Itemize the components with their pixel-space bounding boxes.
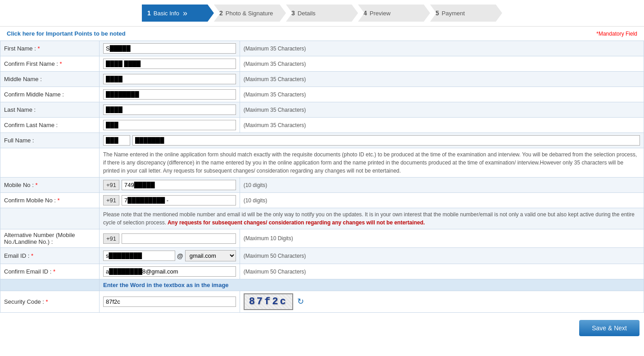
mobile-notice-text: Please note that the mentioned mobile nu… [103, 210, 640, 227]
mobile-row: Mobile No : * +91 (10 digits) [0, 178, 644, 193]
middle-name-hint: (Maximum 35 Characters) [240, 72, 644, 87]
form-table: First Name : * (Maximum 35 Characters) C… [0, 41, 644, 313]
step-1[interactable]: 1 Basic Info » [142, 5, 214, 22]
step-1-num: 1 [147, 9, 151, 17]
last-name-row: Last Name : (Maximum 35 Characters) [0, 102, 644, 118]
mobile-notice-cell: Please note that the mentioned mobile nu… [100, 208, 644, 229]
mobile-notice-row: Please note that the mentioned mobile nu… [0, 208, 644, 229]
full-name-label: Full Name : [0, 133, 100, 148]
step-3-label: Details [298, 10, 316, 17]
captcha-refresh-icon[interactable]: ↻ [297, 297, 304, 306]
confirm-mobile-label: Confirm Mobile No : * [0, 193, 100, 208]
alt-number-row: Alternative Number (Mobile No./Landline … [0, 229, 644, 248]
mobile-country-code: +91 [103, 180, 119, 190]
middle-name-input[interactable] [103, 74, 236, 84]
confirm-first-name-label: Confirm First Name : * [0, 56, 100, 72]
first-name-input[interactable] [103, 43, 236, 54]
step-2[interactable]: 2 Photo & Signature [214, 5, 286, 22]
name-notice-text: The Name entered in the online applicati… [103, 151, 640, 175]
email-row: Email ID : * @ gmail.com yahoo.com hotma… [0, 248, 644, 264]
step-1-arrow-icon: » [183, 9, 187, 18]
step-4[interactable]: 4 Preview [358, 5, 430, 22]
step-3[interactable]: 3 Details [286, 5, 358, 22]
email-required: * [31, 252, 33, 259]
confirm-middle-name-input-cell [100, 87, 240, 102]
mobile-notice-label-cell [0, 208, 100, 229]
confirm-last-name-input[interactable] [103, 120, 236, 130]
email-input-cell: @ gmail.com yahoo.com hotmail.com outloo… [100, 248, 240, 264]
confirm-first-name-hint: (Maximum 35 Characters) [240, 56, 644, 72]
captcha-instruction-cell: Enter the Word in the textbox as in the … [100, 279, 644, 291]
security-code-input-cell [100, 291, 240, 313]
first-name-label: First Name : * [0, 41, 100, 56]
confirm-middle-name-input[interactable] [103, 89, 236, 100]
mobile-required: * [35, 182, 37, 188]
confirm-middle-name-hint: (Maximum 35 Characters) [240, 87, 644, 102]
alt-number-input-cell: +91 [100, 229, 240, 248]
captcha-image-cell: 87f2c ↻ [240, 291, 644, 313]
bottom-bar: Save & Next [0, 313, 644, 343]
confirm-middle-name-row: Confirm Middle Name : (Maximum 35 Charac… [0, 87, 644, 102]
captcha-image: 87f2c [244, 293, 293, 310]
top-bar: Click here for Important Points to be no… [0, 27, 644, 41]
confirm-mobile-hint: (10 digits) [240, 193, 644, 208]
captcha-instruction-label-cell [0, 279, 100, 291]
confirm-mobile-row: Confirm Mobile No : * +91 (10 digits) [0, 193, 644, 208]
step-5[interactable]: 5 Payment [430, 5, 502, 22]
confirm-mobile-input[interactable] [122, 195, 236, 205]
full-name-row: Full Name : [0, 133, 644, 148]
last-name-hint: (Maximum 35 Characters) [240, 102, 644, 118]
confirm-email-input[interactable] [103, 266, 236, 277]
alt-number-input[interactable] [122, 233, 236, 244]
step-1-label: Basic Info [154, 10, 179, 17]
security-code-label: Security Code : * [0, 291, 100, 313]
confirm-first-name-input-cell [100, 56, 240, 72]
first-name-required: * [37, 45, 40, 52]
security-code-required: * [46, 298, 48, 305]
security-code-input[interactable] [103, 297, 236, 307]
confirm-last-name-label: Confirm Last Name : [0, 118, 100, 133]
last-name-input[interactable] [103, 105, 236, 115]
alt-number-hint: (Maximum 10 Digits) [240, 229, 644, 248]
confirm-first-name-row: Confirm First Name : * (Maximum 35 Chara… [0, 56, 644, 72]
middle-name-input-cell [100, 72, 240, 87]
mobile-input[interactable] [122, 180, 236, 190]
step-5-num: 5 [435, 9, 439, 17]
full-name-rest-input[interactable] [132, 135, 640, 146]
mobile-label: Mobile No : * [0, 178, 100, 193]
captcha-instruction-row: Enter the Word in the textbox as in the … [0, 279, 644, 291]
step-4-num: 4 [363, 9, 367, 17]
alt-country-code: +91 [103, 233, 119, 244]
middle-name-label: Middle Name : [0, 72, 100, 87]
security-code-row: Security Code : * 87f2c ↻ [0, 291, 644, 313]
confirm-email-required: * [53, 268, 55, 275]
step-3-num: 3 [291, 9, 295, 17]
email-hint: (Maximum 50 Characters) [240, 248, 644, 264]
confirm-mobile-required: * [58, 197, 60, 204]
middle-name-row: Middle Name : (Maximum 35 Characters) [0, 72, 644, 87]
first-name-row: First Name : * (Maximum 35 Characters) [0, 41, 644, 56]
full-name-input-cell [100, 133, 644, 148]
confirm-first-name-input[interactable] [103, 59, 236, 69]
email-username-input[interactable] [103, 251, 175, 261]
confirm-last-name-input-cell [100, 118, 240, 133]
confirm-email-row: Confirm Email ID : * (Maximum 50 Charact… [0, 264, 644, 279]
at-sign: @ [177, 252, 183, 260]
confirm-email-input-cell [100, 264, 240, 279]
name-notice-label-cell [0, 148, 100, 178]
save-next-button[interactable]: Save & Next [579, 320, 639, 336]
confirm-middle-name-label: Confirm Middle Name : [0, 87, 100, 102]
full-name-first-input[interactable] [103, 135, 130, 146]
mandatory-note: *Mandatory Field [592, 28, 642, 40]
confirm-email-hint: (Maximum 50 Characters) [240, 264, 644, 279]
confirm-first-name-required: * [60, 60, 62, 67]
name-notice-row: The Name entered in the online applicati… [0, 148, 644, 178]
captcha-instruction-text: Enter the Word in the textbox as in the … [103, 282, 229, 288]
email-domain-select[interactable]: gmail.com yahoo.com hotmail.com outlook.… [185, 250, 236, 261]
alt-number-label: Alternative Number (Mobile No./Landline … [0, 229, 100, 248]
first-name-hint: (Maximum 35 Characters) [240, 41, 644, 56]
important-points-link[interactable]: Click here for Important Points to be no… [2, 27, 130, 40]
step-4-label: Preview [370, 10, 390, 17]
email-label: Email ID : * [0, 248, 100, 264]
confirm-mobile-input-cell: +91 [100, 193, 240, 208]
